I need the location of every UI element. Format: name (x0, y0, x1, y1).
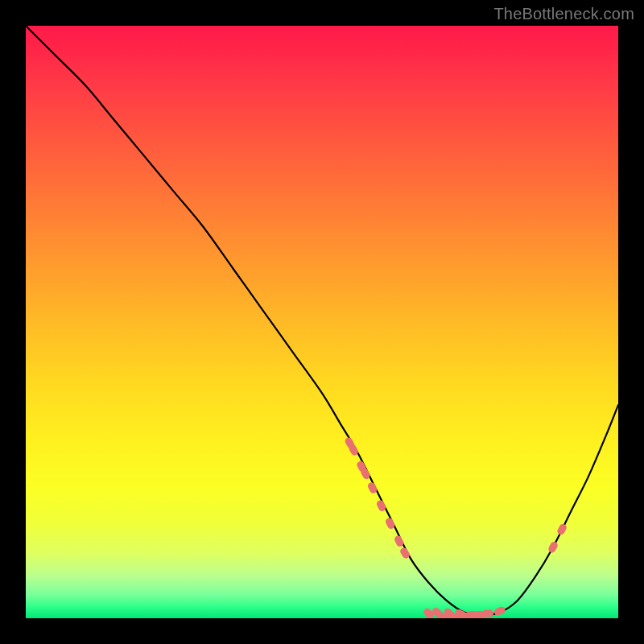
bottleneck-curve (26, 26, 618, 615)
watermark-text: TheBottleneck.com (493, 5, 634, 23)
data-marker (547, 540, 559, 554)
data-markers (344, 436, 568, 618)
chart-container: TheBottleneck.com (0, 0, 644, 644)
data-marker (366, 481, 378, 495)
data-marker (493, 605, 506, 617)
data-marker (482, 610, 493, 617)
plot-area (26, 26, 618, 618)
data-marker (384, 517, 395, 530)
data-marker (375, 499, 386, 513)
curve-svg (26, 26, 618, 618)
data-marker (556, 522, 568, 536)
